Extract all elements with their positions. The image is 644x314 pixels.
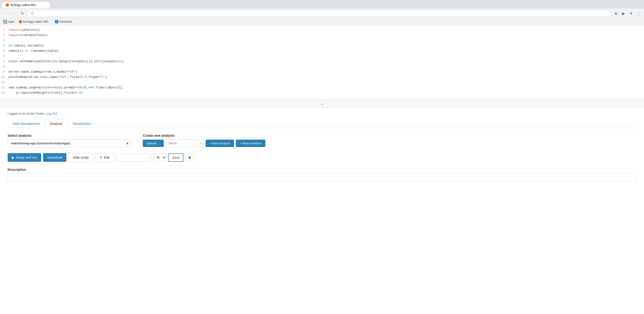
- select-analysis-section: Select analysis makeSimmap-app (function…: [8, 134, 131, 147]
- analysis-select[interactable]: makeSimmap-app (functionsForArborApps): [8, 139, 131, 147]
- browser-toolbar: ← → ↻ ⓘ 127.0.0.1:8080/# ★ ▶ ♦ ⋮: [0, 9, 644, 18]
- name-input-arrow-icon: ↗: [199, 142, 202, 145]
- ecology-label: Ecology Letters MS...: [23, 20, 50, 23]
- create-analysis-row: Upload ... ↗ + New analysis + New workfl…: [143, 139, 265, 147]
- code-line-3: 3: [0, 39, 644, 44]
- script-name-input[interactable]: makeSimmap-app: [116, 154, 152, 162]
- code-line-6: 6: [0, 54, 644, 60]
- app-panel: Logged in as Girder Girder Log Out Data …: [0, 108, 644, 185]
- code-line-8: 8: [0, 65, 644, 70]
- reload-button[interactable]: ↻: [19, 10, 26, 17]
- active-tab[interactable]: Ecology Letters MS...: [2, 2, 50, 8]
- edit-label: Edit: [104, 156, 110, 159]
- create-analysis-label: Create new analysis: [143, 134, 265, 137]
- description-label: Description: [8, 168, 636, 172]
- edit-button[interactable]: ✎ Edit: [95, 153, 114, 162]
- tab-favicon: [6, 3, 9, 7]
- ecology-bookmark[interactable]: Ecology Letters MS...: [17, 19, 52, 24]
- delete-button[interactable]: 🗑: [186, 153, 194, 162]
- facebook-favicon: f: [55, 20, 58, 23]
- analysis-row: Select analysis makeSimmap-app (function…: [8, 134, 636, 147]
- address-bar[interactable]: ⓘ 127.0.0.1:8080/#: [28, 10, 611, 17]
- language-select[interactable]: R: [154, 153, 166, 162]
- apps-bookmark[interactable]: Apps: [2, 19, 16, 24]
- setup-run-button[interactable]: ▶ Setup and run: [8, 153, 41, 162]
- action-toolbar: ▶ Setup and run Download Hide script ✎ E…: [8, 153, 636, 162]
- description-section: Description: [8, 168, 636, 181]
- profile-button[interactable]: ♦: [628, 10, 634, 17]
- code-line-11: 11: [0, 81, 644, 86]
- facebook-bookmark[interactable]: f Facebook: [53, 19, 74, 24]
- code-line-4: 4 x<-table[,variable]: [0, 44, 644, 49]
- bookmarks-bar: Apps Ecology Letters MS... f Facebook: [0, 18, 644, 25]
- forward-button[interactable]: →: [10, 10, 17, 17]
- collapse-bar[interactable]: ⌄: [0, 99, 644, 108]
- url-input[interactable]: 127.0.0.1:8080/#: [35, 12, 608, 15]
- apps-grid-icon: [3, 20, 7, 24]
- trash-icon: 🗑: [188, 156, 191, 159]
- download-button[interactable]: Download: [43, 153, 66, 162]
- new-analysis-button[interactable]: + New analysis: [206, 140, 234, 147]
- browser-tabs: Ecology Letters MS...: [0, 0, 644, 9]
- tab-visualization[interactable]: Visualization: [67, 119, 96, 128]
- back-button[interactable]: ←: [2, 10, 8, 17]
- login-bar: Logged in as Girder Girder Log Out: [8, 112, 636, 115]
- code-line-1: 1 require(phytools): [0, 28, 644, 33]
- play-icon: ▶: [12, 156, 14, 159]
- tabs: Data Management Analysis Visualization: [8, 119, 636, 128]
- code-line-9: 9 mtree<-make.simmap(tree,x,model="ER"): [0, 70, 644, 75]
- code-line-12: 12 add.simmap.legend(colors=cols,prompt=…: [0, 86, 644, 91]
- browser-chrome: Ecology Letters MS... ← → ↻ ⓘ 127.0.0.1:…: [0, 0, 644, 25]
- code-line-10: 10 plotSimmap(mtree,cols,type="fan",fsiz…: [0, 75, 644, 81]
- menu-button[interactable]: ⋮: [636, 10, 642, 17]
- save-button[interactable]: Save: [168, 153, 184, 162]
- code-editor: 1 require(phytools) 2 require(cardoonToo…: [0, 25, 644, 99]
- analysis-name-input[interactable]: [166, 139, 204, 147]
- select-analysis-label: Select analysis: [8, 134, 131, 137]
- code-line-7: 7 cols<-setNames(palette()[1:length(uniq…: [0, 60, 644, 65]
- create-analysis-section: Create new analysis Upload ... ↗ + New a…: [143, 134, 265, 147]
- setup-run-label: Setup and run: [16, 156, 37, 159]
- login-text: Logged in as Girder Girder: [8, 112, 44, 115]
- facebook-label: Facebook: [59, 20, 72, 23]
- script-name-arrow-icon: ↗: [148, 156, 150, 159]
- upload-button[interactable]: Upload ...: [143, 140, 164, 147]
- code-line-2: 2 require(cardoonTools): [0, 33, 644, 39]
- ecology-favicon: [19, 20, 22, 23]
- name-input-wrapper: ↗: [166, 139, 204, 147]
- tab-data-management[interactable]: Data Management: [8, 119, 45, 128]
- toolbar-right: ★ ▶ ♦ ⋮: [612, 10, 642, 17]
- new-workflow-button[interactable]: + New workflow: [236, 140, 265, 147]
- script-name-wrapper: makeSimmap-app ↗: [116, 154, 152, 162]
- hide-script-button[interactable]: Hide script: [68, 153, 93, 162]
- page-content: 1 require(phytools) 2 require(cardoonToo…: [0, 25, 644, 185]
- analysis-select-wrapper: makeSimmap-app (functionsForArborApps) ▼: [8, 139, 131, 147]
- edit-icon: ✎: [100, 156, 102, 159]
- description-input[interactable]: [8, 173, 636, 181]
- bookmark-star-button[interactable]: ★: [612, 10, 619, 17]
- logout-link[interactable]: Log Out: [46, 112, 57, 115]
- apps-label: Apps: [8, 20, 14, 23]
- code-line-13: 13 y=-max(nodeHeights(tree)),fsize=0.8): [0, 91, 644, 96]
- code-line-5: 5 names(x) <- rownames(table): [0, 49, 644, 54]
- extensions-button[interactable]: ▶: [620, 10, 627, 17]
- security-icon: ⓘ: [31, 11, 34, 16]
- tab-analysis[interactable]: Analysis: [45, 119, 67, 128]
- chevron-down-icon: ⌄: [320, 101, 324, 106]
- tab-title: Ecology Letters MS...: [10, 3, 38, 7]
